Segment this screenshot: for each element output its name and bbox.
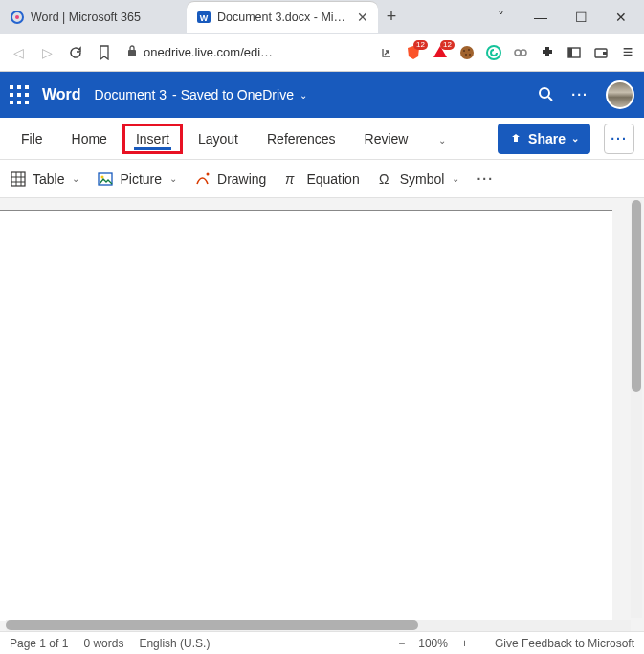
tab-references[interactable]: References [255,125,347,152]
browser-address-bar: ◁ ▷ onedrive.live.com/edi… 12 12 [0,34,644,72]
chevron-down-icon: ⌄ [300,90,307,101]
browser-tab-inactive[interactable]: Word | Microsoft 365 [0,1,187,33]
drawing-label: Drawing [217,171,266,187]
drawing-button[interactable]: Drawing [194,170,266,188]
tab-insert[interactable]: Insert [124,125,181,152]
reload-button[interactable] [63,40,88,65]
search-icon[interactable] [537,85,554,105]
symbol-button[interactable]: Ω Symbol⌄ [377,170,460,188]
share-label: Share [528,131,566,147]
window-controls: ˅ — ☐ ✕ [481,0,640,34]
svg-point-9 [469,54,471,56]
browser-tabstrip: Word | Microsoft 365 W Document 3.docx -… [0,0,644,34]
svg-point-17 [540,88,549,98]
nav-forward-button[interactable]: ▷ [34,40,59,65]
word-count[interactable]: 0 words [83,637,123,650]
word-icon: W [196,10,211,25]
tab-title: Document 3.docx - Micros [217,11,351,24]
horizontal-scroll-thumb[interactable] [6,620,418,630]
svg-point-8 [465,54,467,56]
maximize-button[interactable]: ☐ [562,10,600,25]
document-page[interactable] [0,210,612,621]
chevron-down-icon: ⌄ [72,173,79,184]
equation-label: Equation [306,171,359,187]
page-count[interactable]: Page 1 of 1 [10,637,68,650]
svg-point-6 [463,50,465,52]
app-launcher-icon[interactable] [10,85,29,104]
svg-point-7 [468,49,470,51]
share-button[interactable]: Share ⌄ [498,124,590,154]
document-workspace [0,198,644,631]
svg-line-18 [548,97,552,101]
picture-button[interactable]: Picture⌄ [97,170,177,188]
close-window-button[interactable]: ✕ [602,10,640,25]
language[interactable]: English (U.S.) [139,637,210,650]
chevron-down-icon: ⌄ [571,133,579,144]
lock-icon [126,44,138,60]
caret-down-icon[interactable]: ˅ [481,10,520,25]
grammarly-icon[interactable] [483,42,504,63]
share-icon[interactable] [376,42,397,63]
chevron-down-icon: ⌄ [452,173,459,184]
zoom-level[interactable]: 100% [418,637,448,650]
extension-row: 12 12 ≡ [376,42,638,63]
badge: 12 [413,40,428,50]
svg-point-10 [487,46,500,59]
hamburger-menu-icon[interactable]: ≡ [617,42,638,63]
user-avatar[interactable] [606,80,634,109]
svg-text:π: π [285,171,295,187]
chevron-down-icon: ⌄ [169,173,177,184]
horizontal-scrollbar[interactable] [6,620,631,631]
nav-back-button[interactable]: ◁ [6,40,31,65]
svg-point-5 [460,46,474,59]
ribbon-tabs: File Home Insert Layout References Revie… [0,118,644,160]
table-button[interactable]: Table⌄ [10,170,79,188]
equation-button[interactable]: π Equation [283,170,359,188]
url-text: onedrive.live.com/edi… [144,45,273,59]
svg-point-1 [15,15,19,19]
feedback-link[interactable]: Give Feedback to Microsoft [495,637,634,650]
app-name[interactable]: Word [42,86,81,103]
vertical-scrollbar[interactable] [631,200,642,618]
zoom-in-button[interactable]: + [461,637,468,650]
svg-rect-14 [568,48,572,57]
table-label: Table [33,171,64,187]
brave-shield-icon[interactable]: 12 [403,42,424,63]
cookie-icon[interactable] [456,42,477,63]
svg-point-26 [207,172,210,175]
svg-text:Ω: Ω [379,171,389,187]
minimize-button[interactable]: — [522,10,560,25]
toolbar-more-icon[interactable]: ··· [477,171,494,187]
save-status: - Saved to OneDrive [172,87,294,102]
adblock-icon[interactable]: 12 [430,42,451,63]
mode-switch-button[interactable]: ··· [604,124,634,154]
word-title-bar: Word Document 3 - Saved to OneDrive ⌄ ··… [0,72,644,118]
tab-review[interactable]: Review [353,125,420,152]
badge: 12 [440,40,455,50]
symbol-label: Symbol [400,171,445,187]
url-display[interactable]: onedrive.live.com/edi… [126,44,289,60]
tab-title: Word | Microsoft 365 [31,11,177,24]
svg-rect-16 [603,52,607,55]
extensions-icon[interactable] [537,42,558,63]
svg-point-25 [101,175,104,178]
status-bar: Page 1 of 1 0 words English (U.S.) − 100… [0,631,644,654]
tab-layout[interactable]: Layout [187,125,250,152]
link-icon[interactable] [510,42,531,63]
more-options-icon[interactable]: ··· [571,87,588,102]
browser-tab-active[interactable]: W Document 3.docx - Micros ✕ [187,1,378,33]
sidepanel-icon[interactable] [564,42,585,63]
bookmark-icon[interactable] [92,40,117,65]
svg-rect-19 [11,172,25,186]
document-title[interactable]: Document 3 - Saved to OneDrive ⌄ [95,87,307,102]
new-tab-button[interactable]: + [378,4,405,31]
more-tabs-chevron[interactable]: ⌄ [425,125,457,152]
svg-point-12 [521,50,526,56]
tab-home[interactable]: Home [60,125,119,152]
svg-rect-4 [128,50,136,56]
vertical-scroll-thumb[interactable] [632,200,641,392]
close-icon[interactable]: ✕ [357,10,368,25]
wallet-icon[interactable] [590,42,611,63]
zoom-out-button[interactable]: − [398,637,405,650]
tab-file[interactable]: File [10,125,55,152]
